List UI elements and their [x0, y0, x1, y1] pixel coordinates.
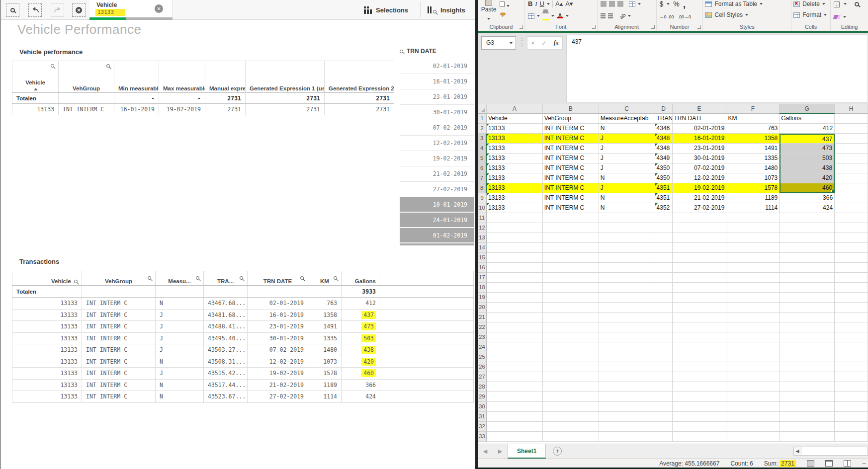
cell-F24[interactable] — [726, 342, 780, 352]
cell-E8[interactable]: 19-02-2019 — [673, 183, 727, 193]
cell-H22[interactable] — [835, 322, 868, 332]
column-header-G[interactable]: G — [780, 104, 835, 114]
formula-bar-input[interactable]: 437 — [566, 35, 868, 102]
cell-A11[interactable] — [487, 213, 543, 223]
cell-G12[interactable] — [780, 223, 835, 233]
cell-C26[interactable] — [599, 362, 655, 372]
selection-chip-clear-icon[interactable]: ✕ — [155, 4, 163, 13]
cell-H33[interactable] — [835, 432, 868, 442]
cell-E1[interactable]: TRN DATE — [673, 114, 727, 124]
tx-cell-measure[interactable]: J — [156, 368, 204, 380]
tx-cell-vehicle[interactable]: 13133 — [12, 391, 82, 403]
page-break-view-icon[interactable] — [844, 460, 851, 467]
alignment-dialog-launcher[interactable] — [651, 25, 655, 29]
cell-C14[interactable] — [599, 243, 655, 253]
cell-F27[interactable] — [726, 372, 780, 382]
search-icon[interactable] — [300, 276, 304, 280]
cell-B8[interactable]: INT INTERM C — [543, 183, 599, 193]
tx-cell-vehicle[interactable]: 13133 — [12, 356, 82, 368]
cell-G26[interactable] — [780, 362, 835, 372]
cell-H21[interactable] — [835, 313, 868, 322]
perf-col-manual-expression[interactable]: Manual expression — [205, 61, 246, 93]
decrease-font-size-button[interactable]: A▾ — [565, 0, 573, 7]
cell-A18[interactable] — [487, 283, 543, 293]
accounting-dropdown-icon[interactable] — [667, 3, 670, 5]
cell-D29[interactable] — [655, 392, 673, 402]
cell-G5[interactable]: 503 — [780, 154, 835, 163]
cell-E13[interactable] — [673, 233, 727, 243]
tx-col-vehgroup[interactable]: VehGroup — [82, 271, 156, 286]
row-header-13[interactable]: 13 — [478, 233, 487, 243]
selection-forward-button[interactable] — [51, 3, 64, 17]
cell-A7[interactable]: 13133 — [487, 173, 543, 183]
cell-F23[interactable] — [726, 332, 780, 342]
increase-decimal-button[interactable]: ←0 .00 — [660, 14, 674, 19]
cell-D20[interactable] — [655, 303, 673, 313]
column-header-A[interactable]: A — [487, 104, 543, 114]
cell-E26[interactable] — [673, 362, 727, 372]
cell-B19[interactable] — [543, 293, 599, 303]
cell-G21[interactable] — [780, 313, 835, 322]
cell-G27[interactable] — [780, 372, 835, 382]
selection-chip-vehicle[interactable]: Vehicle 13133 ✕ — [89, 0, 173, 20]
row-header-3[interactable]: 3 — [478, 134, 487, 144]
row-header-24[interactable]: 24 — [478, 342, 487, 352]
cell-C3[interactable]: J — [599, 134, 655, 144]
row-header-7[interactable]: 7 — [478, 173, 487, 183]
cell-C12[interactable] — [599, 223, 655, 233]
filter-value-available[interactable]: 19-02-2019 — [400, 151, 474, 166]
cell-B20[interactable] — [543, 303, 599, 313]
cell-A21[interactable] — [487, 313, 543, 322]
filter-value-available[interactable]: 12-02-2019 — [400, 136, 474, 151]
fill-dropdown-icon[interactable] — [844, 3, 847, 5]
cell-H11[interactable] — [835, 213, 868, 223]
cell-H12[interactable] — [835, 223, 868, 233]
cell-B15[interactable] — [543, 253, 599, 263]
row-header-4[interactable]: 4 — [478, 144, 487, 154]
tx-cell-trn-date[interactable]: 12-02-2019 — [248, 356, 308, 368]
column-header-H[interactable]: H — [835, 104, 868, 114]
cell-B12[interactable] — [543, 223, 599, 233]
cell-C1[interactable]: MeasureAcceptab — [599, 114, 655, 124]
cell-A28[interactable] — [487, 382, 543, 392]
cell-E21[interactable] — [673, 313, 727, 322]
cell-E6[interactable]: 07-02-2019 — [673, 163, 727, 173]
cell-E22[interactable] — [673, 322, 727, 332]
confirm-entry-icon[interactable]: ✓ — [541, 40, 546, 47]
cell-G28[interactable] — [780, 382, 835, 392]
underline-dropdown-icon[interactable] — [547, 3, 550, 5]
cell-D2[interactable]: 4346 — [655, 124, 673, 134]
cell-B10[interactable]: INT INTERM C — [543, 203, 599, 213]
tx-col-tra[interactable]: TRA... — [204, 271, 248, 286]
tx-cell-vehgroup[interactable]: INT INTERM C — [82, 344, 156, 356]
insights-button[interactable]: Insights — [428, 0, 465, 20]
cell-F20[interactable] — [726, 303, 780, 313]
trn-date-filter-header[interactable]: TRN DATE — [400, 48, 436, 55]
cell-F31[interactable] — [726, 412, 780, 422]
row-header-28[interactable]: 28 — [478, 382, 487, 392]
cell-F1[interactable]: KM — [726, 114, 780, 124]
cell-H17[interactable] — [835, 273, 868, 283]
formula-bar-splitter[interactable] — [521, 38, 522, 48]
tx-cell-vehicle[interactable]: 13133 — [12, 379, 82, 391]
cell-A12[interactable] — [487, 223, 543, 233]
cell-E27[interactable] — [673, 372, 727, 382]
cell-A23[interactable] — [487, 332, 543, 342]
cell-E11[interactable] — [673, 213, 727, 223]
cell-H5[interactable] — [835, 154, 868, 163]
cell-G30[interactable] — [780, 402, 835, 412]
tx-cell-vehgroup[interactable]: INT INTERM C — [82, 309, 156, 321]
search-icon[interactable] — [400, 50, 403, 53]
italic-button[interactable]: I — [535, 0, 537, 7]
cell-D24[interactable] — [655, 342, 673, 352]
perf-cell-vehgroup[interactable]: INT INTERM C — [59, 104, 114, 115]
cell-C13[interactable] — [599, 233, 655, 243]
cell-F13[interactable] — [726, 233, 780, 243]
font-color-button[interactable]: A — [557, 13, 563, 18]
column-header-C[interactable]: C — [599, 104, 655, 114]
cell-G14[interactable] — [780, 243, 835, 253]
cell-H23[interactable] — [835, 332, 868, 342]
row-header-22[interactable]: 22 — [478, 322, 487, 332]
cell-E10[interactable]: 27-02-2019 — [673, 203, 727, 213]
perf-col-generated-expression-2[interactable]: Generated Expression 2 (purely front end… — [325, 61, 394, 93]
